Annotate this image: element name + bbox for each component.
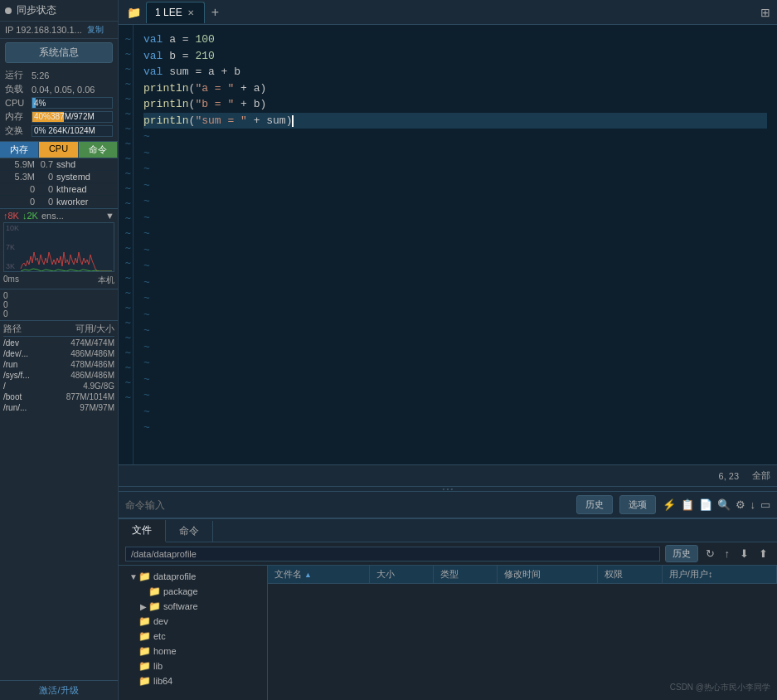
bottom-toolbar: /data/dataprofile 历史 ↻ ↑ ⬇ ⬆ bbox=[119, 542, 777, 566]
latency-section: 0 0 0 bbox=[0, 289, 118, 320]
bottom-panel: 文件 命令 /data/dataprofile 历史 ↻ ↑ ⬇ ⬆ ▼ 📁 d… bbox=[119, 518, 777, 700]
history-button[interactable]: 历史 bbox=[576, 495, 613, 514]
tree-label-lib: lib bbox=[153, 661, 163, 671]
editor-area[interactable]: ~ ~ ~ ~ ~ ~ ~ ~ ~ ~ ~ ~ ~ ~ ~ ~ ~ ~ ~ ~ … bbox=[119, 25, 777, 464]
editor-status: 6, 23 全部 bbox=[119, 464, 777, 486]
lightning-icon[interactable]: ⚡ bbox=[663, 498, 676, 511]
tilde-16: ~ bbox=[120, 255, 131, 270]
tree-item-dev[interactable]: 📁 dev bbox=[119, 614, 267, 629]
disk-header: 路径 可用/大小 bbox=[3, 323, 114, 337]
th-filename[interactable]: 文件名 ▲ bbox=[268, 566, 369, 584]
disk-row-1: /dev 474M/474M bbox=[3, 338, 114, 348]
blank-12: ~ bbox=[143, 307, 767, 323]
tree-item-dataprofile[interactable]: ▼ 📁 dataprofile bbox=[119, 569, 267, 584]
tree-label-software: software bbox=[163, 601, 198, 611]
disk-size-1: 474M/474M bbox=[70, 338, 114, 348]
file-table: 文件名 ▲ 大小 类型 修改时间 权限 用户/用户↕ bbox=[268, 566, 777, 700]
watermark: CSDN @热心市民小李同学 bbox=[670, 682, 770, 693]
tilde-23: ~ bbox=[120, 360, 131, 375]
refresh-icon[interactable]: ↻ bbox=[703, 547, 717, 560]
tree-toggle-1[interactable]: ▼ bbox=[129, 572, 138, 581]
folder-icon-2: 📁 bbox=[148, 586, 161, 597]
search-icon[interactable]: 🔍 bbox=[717, 498, 731, 511]
th-modified[interactable]: 修改时间 bbox=[498, 566, 598, 584]
line-numbers: ~ ~ ~ ~ ~ ~ ~ ~ ~ ~ ~ ~ ~ ~ ~ ~ ~ ~ ~ ~ … bbox=[119, 25, 134, 464]
grid-icon[interactable]: ⊞ bbox=[757, 4, 774, 21]
folder-icon-4: 📁 bbox=[138, 615, 151, 627]
load-value: 0.04, 0.05, 0.06 bbox=[32, 85, 95, 95]
mem-value: 40%387M/972M bbox=[32, 112, 96, 121]
tree-item-lib64[interactable]: 📁 lib64 bbox=[119, 673, 267, 688]
terminal-icon[interactable]: ▭ bbox=[760, 498, 770, 511]
tree-item-package[interactable]: 📁 package bbox=[119, 584, 267, 599]
tilde-8: ~ bbox=[120, 136, 131, 151]
process-row[interactable]: 5.3M 0 systemd bbox=[0, 171, 118, 183]
proc-header-cpu[interactable]: CPU bbox=[39, 142, 78, 158]
lat-3: 0 bbox=[3, 309, 8, 318]
status-all: 全部 bbox=[752, 469, 770, 482]
blank-18: ~ bbox=[143, 404, 767, 420]
tab-add-button[interactable]: + bbox=[205, 3, 226, 22]
tab-files[interactable]: 文件 bbox=[119, 520, 166, 542]
activate-button[interactable]: 激活/升级 bbox=[0, 680, 118, 700]
cmd-input[interactable] bbox=[125, 499, 570, 511]
blank-1: ~ bbox=[143, 129, 767, 145]
tilde-24: ~ bbox=[120, 375, 131, 390]
disk-path-header: 路径 bbox=[3, 323, 22, 335]
folder-icon-8: 📁 bbox=[138, 675, 151, 687]
copy-button[interactable]: 复制 bbox=[85, 24, 105, 36]
tree-label-dataprofile: dataprofile bbox=[153, 571, 196, 581]
proc-header-cmd[interactable]: 命令 bbox=[79, 142, 118, 158]
history-file-button[interactable]: 历史 bbox=[665, 545, 698, 562]
str-sum: "sum = " bbox=[195, 114, 246, 127]
main-area: 📁 1 LEE ✕ + ⊞ ~ ~ ~ ~ ~ ~ ~ ~ ~ ~ ~ ~ ~ … bbox=[119, 0, 777, 700]
sysinfo-button[interactable]: 系统信息 bbox=[5, 42, 113, 63]
tab-1-close-icon[interactable]: ✕ bbox=[186, 8, 196, 17]
proc-header-mem[interactable]: 内存 bbox=[0, 142, 39, 158]
folder-icon[interactable]: 📁 bbox=[122, 6, 146, 19]
tree-item-etc[interactable]: 📁 etc bbox=[119, 629, 267, 644]
process-row[interactable]: 0 0 kworker bbox=[0, 196, 118, 208]
process-row[interactable]: 5.9M 0.7 sshd bbox=[0, 158, 118, 171]
tilde-20: ~ bbox=[120, 315, 131, 330]
tab-commands[interactable]: 命令 bbox=[166, 521, 213, 542]
disk-path-3: /run bbox=[3, 360, 70, 369]
th-perms[interactable]: 权限 bbox=[598, 566, 662, 584]
disk-path-1: /dev bbox=[3, 338, 70, 348]
disk-row-2: /dev/... 486M/486M bbox=[3, 348, 114, 359]
disk-size-2: 486M/486M bbox=[70, 349, 114, 358]
th-user[interactable]: 用户/用户↕ bbox=[662, 566, 776, 584]
tilde-18: ~ bbox=[120, 285, 131, 300]
options-button[interactable]: 选项 bbox=[619, 495, 656, 514]
tilde-22: ~ bbox=[120, 345, 131, 360]
tab-1[interactable]: 1 LEE ✕ bbox=[146, 2, 205, 23]
download-icon[interactable]: ↓ bbox=[750, 498, 756, 511]
uptime-label: 运行 bbox=[5, 69, 28, 81]
copy-icon[interactable]: 📋 bbox=[681, 498, 694, 511]
net-header: ↑8K ↓2K ens... ▼ bbox=[3, 211, 114, 221]
up-icon[interactable]: ↑ bbox=[722, 547, 733, 560]
kw-val-1: val bbox=[143, 33, 163, 46]
paste-icon[interactable]: 📄 bbox=[699, 498, 712, 511]
tilde-1: ~ bbox=[120, 32, 131, 46]
process-row[interactable]: 0 0 kthread bbox=[0, 183, 118, 196]
th-type[interactable]: 类型 bbox=[433, 566, 497, 584]
tree-item-lib[interactable]: 📁 lib bbox=[119, 659, 267, 673]
settings-icon[interactable]: ⚙ bbox=[736, 498, 745, 511]
tab-bar-right: ⊞ bbox=[757, 4, 774, 21]
mem-label: 内存 bbox=[5, 110, 28, 123]
upload-icon[interactable]: ⬆ bbox=[756, 547, 770, 560]
download-file-icon[interactable]: ⬇ bbox=[737, 547, 751, 560]
tree-item-home[interactable]: 📁 home bbox=[119, 644, 267, 659]
net-expand-icon[interactable]: ▼ bbox=[105, 211, 114, 221]
uptime-value: 5:26 bbox=[32, 70, 49, 80]
th-size[interactable]: 大小 bbox=[369, 566, 433, 584]
tilde-5: ~ bbox=[120, 91, 131, 106]
editor-content[interactable]: val a = 100 val b = 210 val sum = a + b … bbox=[134, 25, 777, 464]
tree-toggle-3[interactable]: ▶ bbox=[138, 602, 148, 611]
latency-row-3: 0 bbox=[3, 309, 114, 318]
tree-item-software[interactable]: ▶ 📁 software bbox=[119, 599, 267, 614]
blank-3: ~ bbox=[143, 161, 767, 177]
latency-row-1: 0 bbox=[3, 291, 114, 300]
file-pane: ▼ 📁 dataprofile 📁 package ▶ 📁 software bbox=[119, 566, 777, 700]
